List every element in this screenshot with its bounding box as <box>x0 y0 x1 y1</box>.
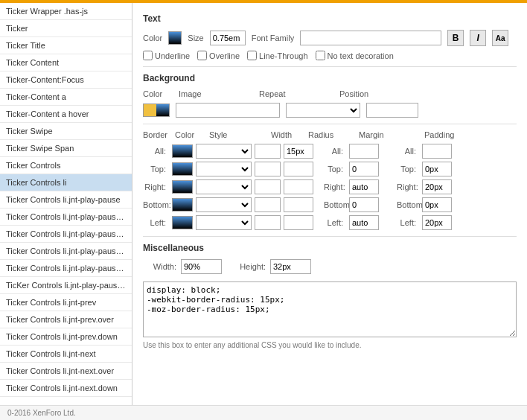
border-header-row: Border Color Style Width Radius Margin P… <box>143 130 517 139</box>
sidebar-item-8[interactable]: Ticker Swipe Span <box>0 140 132 157</box>
text-color-swatch[interactable] <box>168 31 182 45</box>
border-top-width[interactable] <box>255 162 281 176</box>
bg-color-swatch[interactable] <box>143 104 170 117</box>
sidebar-item-4[interactable]: Ticker-Content:Focus <box>0 71 132 89</box>
bg-image-input[interactable] <box>176 103 280 118</box>
size-input[interactable] <box>210 31 246 45</box>
sidebar-item-2[interactable]: Ticker Title <box>0 37 132 54</box>
sidebar-item-0[interactable]: Ticker Wrapper .has-js <box>0 3 132 20</box>
border-bottom-width[interactable] <box>255 197 281 212</box>
sidebar: Ticker Wrapper .has-js Ticker Ticker Tit… <box>0 3 132 405</box>
sidebar-item-17[interactable]: Ticker Controls li.jnt-prev <box>0 294 132 311</box>
italic-button[interactable]: I <box>470 30 486 46</box>
text-decoration-row: Underline Overline Line-Through No text … <box>143 51 517 60</box>
border-top-radius[interactable] <box>284 162 313 176</box>
divider-3 <box>143 236 517 237</box>
border-all-label: All: <box>143 147 169 156</box>
linethrough-label[interactable]: Line-Through <box>247 51 307 60</box>
border-right-color[interactable] <box>172 180 193 194</box>
aa-button[interactable]: Aa <box>492 30 508 46</box>
linethrough-checkbox[interactable] <box>247 51 257 60</box>
overline-label[interactable]: Overline <box>197 51 240 60</box>
sidebar-item-15[interactable]: Ticker Controls li.jnt-play-pause... <box>0 260 132 277</box>
padding-left-input[interactable] <box>422 215 452 230</box>
sidebar-item-12[interactable]: Ticker Controls li.jnt-play-pause... <box>0 209 132 226</box>
border-top-color[interactable] <box>172 162 193 176</box>
sidebar-item-7[interactable]: Ticker Swipe <box>0 123 132 140</box>
border-color-col-label: Color <box>175 130 203 139</box>
sidebar-item-19[interactable]: Ticker Controls li.jnt-prev.down <box>0 328 132 346</box>
sidebar-item-20[interactable]: Ticker Controls li.jnt-next <box>0 346 132 363</box>
sidebar-item-22[interactable]: Ticker Controls li.jnt-next.down <box>0 380 132 397</box>
margin-left-label: Left: <box>324 218 346 227</box>
main-container: Ticker Wrapper .has-js Ticker Ticker Tit… <box>0 3 527 405</box>
sidebar-item-3[interactable]: Ticker Content <box>0 54 132 71</box>
border-all-style[interactable] <box>196 144 252 159</box>
margin-right-label: Right: <box>324 182 346 191</box>
sidebar-item-14[interactable]: Ticker Controls li.jnt-play-pause... <box>0 243 132 260</box>
sidebar-item-13[interactable]: Ticker Controls li.jnt-play-pause... <box>0 226 132 243</box>
border-right-width[interactable] <box>255 179 281 194</box>
font-family-input[interactable] <box>300 31 441 45</box>
sidebar-item-18[interactable]: Ticker Controls li.jnt-prev.over <box>0 311 132 328</box>
misc-section: Miscellaneous Width: Height: display: bl… <box>143 243 517 349</box>
nodecor-checkbox[interactable] <box>316 51 325 60</box>
margin-top-input[interactable] <box>349 162 379 176</box>
border-row-right: Right: Right: Right: <box>143 179 517 194</box>
bg-position-input[interactable] <box>366 103 418 118</box>
overline-checkbox[interactable] <box>197 51 207 60</box>
padding-bottom-label: Bottom: <box>397 200 419 209</box>
margin-all-input[interactable] <box>349 144 379 159</box>
text-row: Color Size Font Family B I Aa <box>143 30 517 46</box>
border-bottom-color[interactable] <box>172 198 193 211</box>
underline-label[interactable]: Underline <box>143 51 190 60</box>
border-width-col-label: Width <box>271 130 302 139</box>
css-textarea[interactable]: display: block; -webkit-border-radius: 1… <box>143 281 517 337</box>
margin-top-label: Top: <box>324 165 346 174</box>
bg-repeat-select[interactable] <box>286 103 360 118</box>
padding-bottom-input[interactable] <box>422 197 452 212</box>
sidebar-item-9[interactable]: Ticker Controls <box>0 157 132 174</box>
border-left-width[interactable] <box>255 215 281 230</box>
border-row-top: Top: Top: Top: <box>143 162 517 176</box>
divider-1 <box>143 66 517 67</box>
underline-checkbox[interactable] <box>143 51 153 60</box>
border-all-color[interactable] <box>172 144 193 158</box>
bg-position-label: Position <box>339 89 368 98</box>
sidebar-item-1[interactable]: Ticker <box>0 20 132 37</box>
width-input[interactable] <box>181 259 222 274</box>
border-bottom-radius[interactable] <box>284 197 313 212</box>
border-left-radius[interactable] <box>284 215 313 230</box>
margin-bottom-input[interactable] <box>349 197 379 212</box>
border-left-color[interactable] <box>172 216 193 229</box>
border-radius-col-label: Radius <box>308 130 345 139</box>
border-right-style[interactable] <box>196 179 252 194</box>
sidebar-item-16[interactable]: TicKer Controls li.jnt-play-pause... <box>0 277 132 294</box>
border-left-style[interactable] <box>196 215 252 230</box>
sidebar-item-11[interactable]: Ticker Controls li.jnt-play-pause <box>0 191 132 209</box>
nodecor-label[interactable]: No text decoration <box>316 51 394 60</box>
border-row-bottom: Bottom: Bottom: Bottom: <box>143 197 517 212</box>
text-section-header: Text <box>143 13 517 24</box>
padding-all-input[interactable] <box>422 144 452 159</box>
border-all-radius[interactable] <box>284 144 313 159</box>
bold-button[interactable]: B <box>447 30 464 46</box>
padding-all-label: All: <box>397 147 419 156</box>
sidebar-item-5[interactable]: Ticker-Content a <box>0 89 132 106</box>
bg-row-labels: Color Image Repeat Position <box>143 89 517 98</box>
sidebar-item-21[interactable]: Ticker Controls li.jnt-next.over <box>0 363 132 380</box>
border-all-width[interactable] <box>255 144 281 159</box>
divider-2 <box>143 124 517 124</box>
footer: 0-2016 XenForo Ltd. <box>0 405 527 420</box>
padding-right-label: Right: <box>397 182 419 191</box>
padding-right-input[interactable] <box>422 179 452 194</box>
margin-right-input[interactable] <box>349 179 379 194</box>
sidebar-item-10[interactable]: Ticker Controls li <box>0 174 132 191</box>
sidebar-item-6[interactable]: Ticker-Content a hover <box>0 106 132 123</box>
border-right-radius[interactable] <box>284 179 313 194</box>
padding-top-input[interactable] <box>422 162 452 176</box>
height-input[interactable] <box>270 259 311 274</box>
margin-left-input[interactable] <box>349 215 379 230</box>
border-top-style[interactable] <box>196 162 252 176</box>
border-bottom-style[interactable] <box>196 197 252 212</box>
